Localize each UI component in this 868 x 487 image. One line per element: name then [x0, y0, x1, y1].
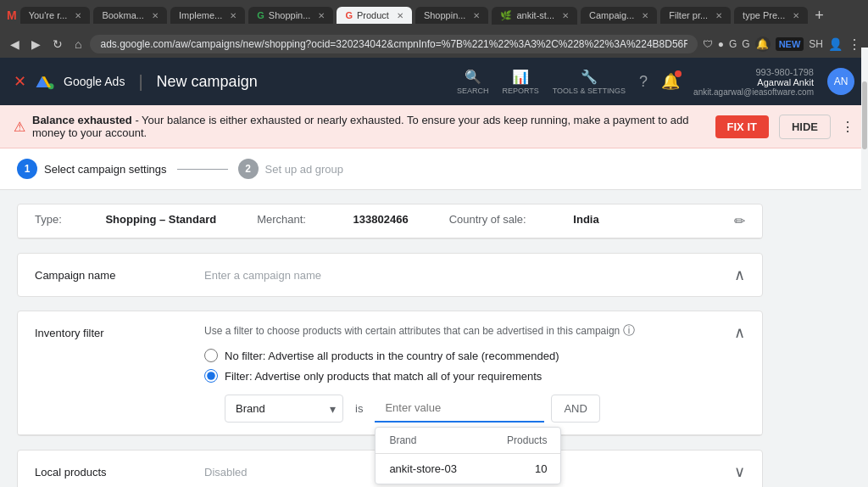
radio-filter-label: Filter: Advertise only products that mat…: [225, 370, 542, 383]
close-tab-campaign[interactable]: ✕: [642, 11, 648, 20]
tab-bookmarks[interactable]: Bookma... ✕: [93, 7, 167, 24]
page-title: New campaign: [157, 73, 258, 91]
tab-product-label: Product: [357, 10, 389, 20]
google-x-icon: ✕: [14, 72, 26, 91]
tab-shopping2[interactable]: Shoppin... ✕: [415, 7, 489, 24]
ankit-favicon: 🌿: [500, 10, 512, 21]
gmail-favicon: M: [7, 8, 17, 22]
dropdown-item[interactable]: ankit-store-03 10: [376, 454, 560, 484]
ext-avatar: 👤: [828, 37, 843, 51]
scrollbar-thumb[interactable]: [862, 81, 867, 149]
close-tab-typepr[interactable]: ✕: [793, 11, 799, 20]
account-info: 993-980-1798 Agarwal Ankit ankit.agarwal…: [693, 67, 814, 97]
tab-implement[interactable]: Impleme... ✕: [170, 7, 245, 24]
forward-button[interactable]: ▶: [28, 36, 44, 53]
merchant-value: 133802466: [353, 213, 409, 229]
tab-campaign[interactable]: Campaig... ✕: [581, 7, 657, 24]
tab-shopping1[interactable]: G Shoppin... ✕: [248, 7, 333, 24]
alert-bold: Balance exhausted: [32, 114, 132, 126]
steps-bar: 1 Select campaign settings 2 Set up ad g…: [0, 148, 868, 190]
home-button[interactable]: ⌂: [71, 36, 85, 53]
nav-search[interactable]: 🔍 SEARCH: [457, 69, 489, 95]
tab-filter[interactable]: Filter pr... ✕: [660, 7, 731, 24]
inventory-chevron-up-icon[interactable]: ∧: [734, 323, 745, 342]
campaign-name-chevron-up-icon[interactable]: ∧: [734, 266, 745, 284]
local-products-chevron-down-icon[interactable]: ∨: [734, 462, 745, 481]
tab-shopping2-label: Shoppin...: [424, 10, 466, 20]
tab-ankit[interactable]: 🌿 ankit-st... ✕: [492, 7, 577, 25]
ads-logo[interactable]: ✕ Google Ads: [14, 70, 125, 93]
reload-button[interactable]: ↻: [49, 36, 66, 53]
ext-saver: SH: [809, 38, 823, 50]
radio-filter-input[interactable]: [204, 369, 218, 383]
account-email: ankit.agarwal@ieasoftware.com: [693, 87, 814, 97]
dropdown-col2-header: Products: [507, 434, 547, 446]
nav-reports[interactable]: 📊 REPORTS: [502, 69, 538, 95]
and-button[interactable]: AND: [551, 395, 599, 423]
ext-kaspersky: 🛡: [703, 38, 713, 50]
ext-g1: G: [729, 38, 737, 50]
tools-icon: 🔧: [581, 69, 598, 85]
dropdown-item-name: ankit-store-03: [389, 462, 456, 475]
product-favicon: G: [345, 10, 353, 20]
campaign-type-card: Type: Shopping – Standard Merchant: 1338…: [17, 204, 763, 239]
tab-product[interactable]: G Product ✕: [337, 7, 411, 24]
tab-implement-label: Impleme...: [179, 10, 222, 20]
tab-gmail[interactable]: You're r... ✕: [20, 7, 91, 24]
browser-address-bar: ◀ ▶ ↻ ⌂ 🛡 ● G G 🔔 NEW SH 👤 ⋮: [0, 31, 868, 58]
tab-typepr-label: type Pre...: [743, 10, 785, 20]
reports-label: REPORTS: [502, 87, 538, 95]
radio-no-filter-input[interactable]: [204, 349, 218, 362]
country-label: Country of sale:: [449, 213, 526, 229]
tab-filter-label: Filter pr...: [669, 10, 708, 20]
close-tab-filter[interactable]: ✕: [715, 11, 722, 20]
avatar[interactable]: AN: [827, 68, 854, 95]
notification-button[interactable]: 🔔: [661, 72, 680, 91]
ext-g2: G: [742, 38, 749, 50]
operator-label: is: [350, 402, 368, 415]
brand-dropdown: Brand Products ankit-store-03 10: [375, 427, 561, 484]
step-1-label: Select campaign settings: [44, 163, 167, 176]
fix-it-button[interactable]: FIX IT: [715, 115, 769, 138]
radio-no-filter[interactable]: No filter: Advertise all products in the…: [204, 349, 734, 362]
edit-icon[interactable]: ✏: [734, 213, 745, 229]
close-tab-product[interactable]: ✕: [397, 11, 403, 20]
radio-filter[interactable]: Filter: Advertise only products that mat…: [204, 369, 734, 383]
ext-new: NEW: [776, 37, 804, 51]
alert-banner: ⚠ Balance exhausted - Your balance is ei…: [0, 105, 868, 148]
type-value: Shopping – Standard: [105, 213, 216, 229]
address-input[interactable]: [90, 35, 697, 53]
help-button[interactable]: ?: [639, 73, 648, 91]
filter-value-input[interactable]: [375, 395, 544, 423]
close-tab-implement[interactable]: ✕: [230, 11, 236, 20]
campaign-name-card: Campaign name Enter a campaign name ∧: [17, 253, 763, 297]
browser-tabs-bar: M You're r... ✕ Bookma... ✕ Impleme... ✕…: [0, 0, 868, 31]
campaign-name-placeholder: Enter a campaign name: [204, 269, 321, 282]
nav-tools[interactable]: 🔧 TOOLS & SETTINGS: [553, 69, 626, 95]
account-name: Agarwal Ankit: [757, 77, 814, 87]
filter-row: Brand ▾ is Brand Products: [204, 395, 734, 423]
close-tab-shopping1[interactable]: ✕: [318, 11, 325, 20]
ext-chrome: ●: [718, 38, 724, 50]
close-tab-ankit[interactable]: ✕: [562, 11, 569, 20]
back-button[interactable]: ◀: [7, 36, 23, 53]
close-tab-gmail[interactable]: ✕: [75, 11, 81, 20]
close-tab-shopping2[interactable]: ✕: [473, 11, 480, 20]
alert-more-icon[interactable]: ⋮: [841, 119, 854, 135]
avatar-initials: AN: [834, 76, 849, 87]
notification-badge-dot: [675, 70, 682, 77]
hide-button[interactable]: HIDE: [779, 115, 831, 139]
scrollbar[interactable]: [861, 48, 868, 487]
tab-typepr[interactable]: type Pre... ✕: [734, 7, 808, 24]
shopping1-favicon: G: [257, 10, 264, 20]
inventory-header: Inventory filter Use a filter to choose …: [18, 311, 762, 435]
new-tab-button[interactable]: +: [815, 7, 824, 25]
step-1: 1 Select campaign settings: [17, 159, 167, 179]
attribute-select[interactable]: Brand ▾: [225, 395, 343, 423]
app-name-label: Google Ads: [64, 75, 125, 88]
menu-button[interactable]: ⋮: [848, 36, 861, 53]
help-circle-icon[interactable]: ⓘ: [623, 323, 635, 339]
tools-label: TOOLS & SETTINGS: [553, 87, 626, 95]
close-tab-bookmarks[interactable]: ✕: [152, 11, 159, 20]
attribute-chevron-down-icon: ▾: [330, 402, 336, 416]
